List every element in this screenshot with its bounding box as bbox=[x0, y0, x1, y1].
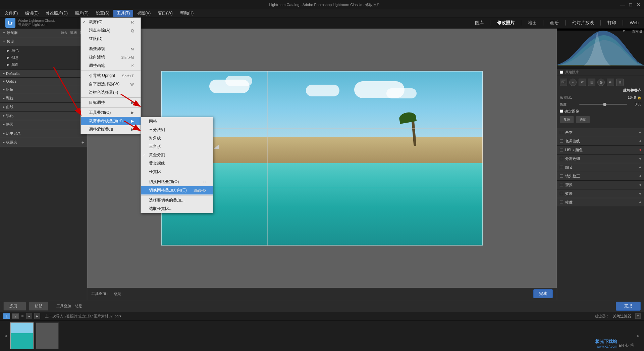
optics-header[interactable]: ▶ Optics bbox=[0, 78, 87, 85]
navigator-header[interactable]: ▼ 导航器 适合 填满 1:1 bbox=[0, 29, 87, 37]
filmstrip-scroll-right[interactable]: ► bbox=[636, 327, 641, 344]
constrain-checkbox[interactable] bbox=[560, 109, 563, 113]
menu-border-color[interactable]: 边框色选择器(F) bbox=[81, 88, 141, 97]
lens-correction-header[interactable]: 镜头校正 ◄ bbox=[557, 172, 644, 180]
submenu-toggle-orientation[interactable]: 切换网格叠加方向(C) Shift+O bbox=[141, 186, 213, 194]
defaults-header[interactable]: ▶ Defaults bbox=[0, 70, 87, 77]
submenu-grid[interactable]: 网格 bbox=[141, 117, 213, 126]
paste-button[interactable]: 粘贴 bbox=[29, 302, 48, 311]
menu-help[interactable]: 帮助(H) bbox=[177, 10, 197, 17]
upright-tool-icon[interactable]: ⊞ bbox=[616, 79, 624, 86]
nav-library[interactable]: 图库 bbox=[475, 20, 484, 26]
menu-target-adjustment[interactable]: 目标调整 ▶ bbox=[81, 98, 141, 107]
grain-header[interactable]: ▶ 颗粒 bbox=[0, 94, 87, 102]
filmstrip-scroll-left[interactable]: ◄ bbox=[3, 327, 8, 344]
nav-fill[interactable]: 填满 bbox=[70, 30, 77, 35]
pick-button[interactable]: 拣贝... bbox=[3, 302, 26, 311]
collections-header[interactable]: ▶ 收藏夹 + bbox=[0, 138, 87, 147]
tone-curve-header[interactable]: 色调曲线 ◄ bbox=[557, 137, 644, 145]
menu-redeye[interactable]: 红眼(D) bbox=[81, 35, 141, 43]
sharpen-header[interactable]: ▶ 锐化 bbox=[0, 112, 87, 120]
calibration-header[interactable]: 校准 ◄ bbox=[557, 198, 644, 207]
done-button[interactable]: 完成 bbox=[616, 302, 641, 311]
crop-tool-icon[interactable]: ⌧ bbox=[560, 79, 567, 86]
prev-photo-btn[interactable]: ◄ bbox=[26, 313, 32, 319]
history-header[interactable]: ▶ 历史记录 ✕ bbox=[0, 129, 87, 138]
menu-adjustment-brush[interactable]: 调整画笔 K bbox=[81, 61, 141, 70]
presets-creative[interactable]: ▶创意 bbox=[0, 54, 87, 61]
menu-tool-overlay[interactable]: 工具叠加(O) ▶ bbox=[81, 108, 141, 117]
nav-map[interactable]: 地图 bbox=[528, 20, 537, 26]
collections-add[interactable]: + bbox=[82, 140, 84, 145]
grid-view-btn[interactable] bbox=[21, 315, 23, 317]
menu-file[interactable]: 文件(F) bbox=[1, 10, 21, 17]
hsl-header[interactable]: HSL / 颜色 ◄ bbox=[557, 146, 644, 154]
maximize-button[interactable]: □ bbox=[628, 2, 633, 7]
detail-header[interactable]: 细节 ◄ bbox=[557, 163, 644, 172]
menu-develop[interactable]: 修改照片(D) bbox=[43, 10, 71, 17]
angle-slider[interactable] bbox=[579, 104, 627, 105]
submenu-thirds[interactable]: 三分法则 bbox=[141, 126, 213, 134]
filter-value[interactable]: 关闭过滤器 bbox=[613, 314, 631, 319]
submenu-diagonal[interactable]: 对角线 bbox=[141, 134, 213, 142]
submenu-golden-ratio[interactable]: ✓ 黄金分割 bbox=[141, 151, 213, 159]
original-photo-checkbox[interactable] bbox=[560, 71, 563, 74]
menu-tools[interactable]: 工具(T) bbox=[113, 10, 133, 17]
presets-header[interactable]: ▼ 预设 bbox=[0, 37, 87, 46]
submenu-golden-spiral[interactable]: 黄金螺线 bbox=[141, 159, 213, 168]
menu-crop[interactable]: ✓ 裁剪(C) R bbox=[81, 18, 141, 26]
nav-fit[interactable]: 适合 bbox=[61, 30, 67, 35]
redeye-tool-icon[interactable]: 👁 bbox=[579, 79, 586, 86]
filmstrip-thumb-2[interactable] bbox=[36, 322, 59, 349]
next-photo-btn[interactable]: ► bbox=[34, 313, 40, 319]
effects-title: 效果 bbox=[565, 191, 573, 196]
nav-print[interactable]: 打印 bbox=[607, 20, 616, 26]
filmstrip-page-1[interactable]: 1 bbox=[3, 313, 10, 319]
menu-mask-overlay[interactable]: 调整蒙版叠加 ▶ bbox=[81, 125, 141, 134]
basic-header[interactable]: 基本 ◄ bbox=[557, 128, 644, 137]
filter-toggle[interactable]: ▼ bbox=[635, 313, 641, 319]
menu-photo[interactable]: 照片(P) bbox=[72, 10, 92, 17]
presets-color[interactable]: ▶颜色 bbox=[0, 47, 87, 54]
submenu-choose-aspect[interactable]: 选取长宽比... bbox=[141, 205, 213, 213]
menu-white-balance[interactable]: 自平衡选择器(W) W bbox=[81, 80, 141, 88]
menu-guided-upright[interactable]: 引导式 Upright Shift+T bbox=[81, 72, 141, 80]
spot-tool-icon[interactable]: ○ bbox=[569, 79, 577, 86]
menu-grad-filter[interactable]: 渐变滤镜 M bbox=[81, 45, 141, 53]
menu-radial-filter[interactable]: 径向滤镜 Shift+M bbox=[81, 53, 141, 61]
effects-header[interactable]: 效果 ◄ bbox=[557, 189, 644, 198]
menu-window[interactable]: 窗口(W) bbox=[155, 10, 176, 17]
menu-edit[interactable]: 编辑(E) bbox=[22, 10, 42, 17]
curves-header[interactable]: ▶ 曲线 bbox=[0, 103, 87, 111]
minimize-button[interactable]: — bbox=[620, 2, 625, 7]
vignette-header[interactable]: ▶ 暗角 bbox=[0, 85, 87, 94]
reset-button[interactable]: 复位 bbox=[560, 116, 574, 123]
histogram-expand[interactable]: ▼ bbox=[622, 29, 626, 33]
presets-bw[interactable]: ▶黑白 bbox=[0, 61, 87, 68]
brush-tool-icon[interactable]: ✏ bbox=[607, 79, 614, 86]
nav-develop[interactable]: 修改照片 bbox=[497, 20, 515, 26]
close-button[interactable]: ✕ bbox=[636, 2, 641, 7]
filmstrip-page-2[interactable]: 2 bbox=[12, 313, 19, 319]
filmstrip-info: 上一次导入 2张照片/选定1张/ 图片素材02.jpg ▾ bbox=[45, 314, 122, 319]
split-toning-header[interactable]: 分离色调 ◄ bbox=[557, 155, 644, 163]
transform-header[interactable]: 变换 ◄ bbox=[557, 181, 644, 189]
nav-slideshow[interactable]: 幻灯片放映 bbox=[572, 20, 594, 26]
submenu-triangle[interactable]: 三角形 bbox=[141, 142, 213, 151]
menu-view[interactable]: 视图(V) bbox=[134, 10, 154, 17]
menu-settings[interactable]: 设置(S) bbox=[93, 10, 113, 17]
submenu-toggle-grid[interactable]: 切换网格叠加(O) O bbox=[141, 178, 213, 186]
filmstrip-thumb-1[interactable] bbox=[10, 322, 34, 349]
gradient-tool-icon[interactable]: ▤ bbox=[588, 79, 595, 86]
radial-tool-icon[interactable]: ◎ bbox=[597, 79, 605, 86]
nav-book[interactable]: 画册 bbox=[550, 20, 559, 26]
menu-crop-overlay[interactable]: 裁剪参考线叠加(H) ▶ 网格 三分法则 对角线 三角形 ✓ 黄金分割 黄金螺线 bbox=[81, 117, 141, 125]
collections-section: ▶ 收藏夹 + bbox=[0, 138, 87, 147]
complete-button[interactable]: 完成 bbox=[533, 289, 553, 298]
nav-web[interactable]: Web bbox=[630, 20, 639, 25]
menu-spot-removal[interactable]: 污点去除(A) Q bbox=[81, 26, 141, 35]
snapshots-header[interactable]: ▶ 快照 + bbox=[0, 120, 87, 129]
close-crop-button[interactable]: 关闭 bbox=[576, 116, 590, 123]
submenu-aspect-ratio[interactable]: 长宽比 bbox=[141, 168, 213, 176]
submenu-choose-overlay[interactable]: 选择要切换的叠加... bbox=[141, 196, 213, 205]
